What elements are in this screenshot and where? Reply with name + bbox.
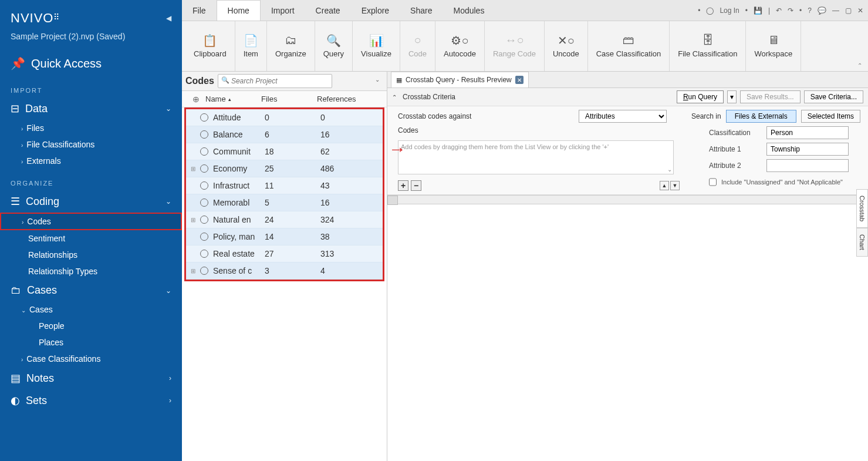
side-tab-chart[interactable]: Chart	[856, 228, 868, 257]
nav-case-classifications[interactable]: ›Case Classifications	[0, 351, 182, 367]
menu-explore[interactable]: Explore	[351, 0, 400, 21]
menu-import[interactable]: Import	[261, 0, 305, 21]
run-dropdown[interactable]: ▾	[727, 90, 737, 103]
table-row[interactable]: Attitude00	[186, 109, 383, 126]
menu-share[interactable]: Share	[400, 0, 443, 21]
dropdown-icon[interactable]: ⌄	[375, 76, 380, 83]
nav-sets[interactable]: ◐Sets ›	[0, 389, 182, 412]
nav-people[interactable]: People	[0, 318, 182, 334]
side-tab-crosstab[interactable]: Crosstab	[856, 189, 868, 228]
ribbon-workspace[interactable]: 🖥Workspace	[746, 21, 801, 71]
nav-file-classifications[interactable]: ›File Classifications	[0, 136, 182, 153]
detail-tab[interactable]: ▦ Crosstab Query - Results Preview ✕	[391, 72, 529, 88]
attr2-input[interactable]	[766, 159, 849, 172]
nav-sentiment[interactable]: Sentiment	[0, 230, 182, 247]
notify-icon[interactable]: 💬	[818, 6, 826, 15]
ribbon-collapse-icon[interactable]: ⌃	[857, 62, 862, 69]
classification-input[interactable]	[766, 126, 849, 139]
table-row[interactable]: Balance616	[186, 126, 383, 143]
menu-bar: File Home Import Create Explore Share Mo…	[182, 0, 868, 21]
move-up-button[interactable]: ▲	[660, 181, 669, 190]
save-results-button[interactable]: Save Results...	[740, 90, 801, 103]
expand-icon[interactable]: ⊞	[191, 268, 200, 274]
undo-icon[interactable]: ↶	[776, 6, 782, 15]
code-icon	[200, 250, 208, 258]
table-row[interactable]: Memorabl516	[186, 194, 383, 211]
section-organize: ORGANIZE	[0, 169, 182, 190]
collapse-icon[interactable]: ⌃	[392, 94, 397, 100]
nav-cases[interactable]: 🗀Cases ⌄	[0, 280, 182, 301]
ribbon-uncode[interactable]: ✕○Uncode	[545, 21, 588, 71]
nav-places[interactable]: Places	[0, 334, 182, 351]
ribbon-query[interactable]: 🔍Query	[315, 21, 353, 71]
code-files: 24	[265, 215, 320, 224]
code-files: 27	[265, 249, 320, 258]
ribbon-organize[interactable]: 🗂Organize	[267, 21, 315, 71]
table-row[interactable]: Policy, man1438	[186, 228, 383, 245]
ribbon-file-classification[interactable]: 🗄File Classification	[670, 21, 746, 71]
expand-icon[interactable]: ⊞	[191, 217, 200, 223]
chevron-down-icon: ⌄	[166, 287, 171, 295]
help-icon[interactable]: ?	[808, 6, 812, 15]
close-icon[interactable]: ✕	[857, 6, 863, 15]
ribbon-clipboard[interactable]: 📋Clipboard	[185, 21, 235, 71]
col-references[interactable]: References	[317, 95, 382, 103]
ribbon-range-code: ↔○Range Code	[485, 21, 545, 71]
minimize-icon[interactable]: —	[832, 6, 839, 15]
codes-dropzone[interactable]: Add codes by dragging them here from the…	[398, 140, 674, 174]
ribbon-item[interactable]: 📄Item	[235, 21, 267, 71]
table-row[interactable]: ⊞Sense of c34	[186, 263, 383, 280]
code-refs: 4	[320, 266, 378, 275]
maximize-icon[interactable]: ▢	[845, 6, 852, 15]
menu-file[interactable]: File	[182, 0, 217, 21]
against-select[interactable]: Attributes	[579, 110, 667, 123]
run-query-button[interactable]: RRun Queryun Query	[677, 90, 724, 103]
nav-data[interactable]: ⊟Data ⌄	[0, 97, 182, 120]
code-name: Real estate	[213, 249, 265, 258]
chart-icon: 📊	[369, 33, 384, 48]
nav-relationships[interactable]: Relationships	[0, 247, 182, 263]
sidebar-collapse-icon[interactable]: ◀	[166, 14, 171, 22]
table-row[interactable]: ⊞Economy25486	[186, 160, 383, 177]
include-checkbox[interactable]	[709, 176, 717, 189]
add-icon[interactable]: ⊕	[192, 95, 200, 104]
case-class-icon: 🗃	[623, 33, 634, 48]
menu-modules[interactable]: Modules	[443, 0, 495, 21]
attr1-input[interactable]	[766, 143, 849, 156]
close-tab-icon[interactable]: ✕	[515, 76, 523, 84]
files-externals-button[interactable]: Files & Externals	[726, 110, 796, 123]
dz-dropdown-icon[interactable]: ⌄	[667, 166, 672, 173]
ribbon-visualize[interactable]: 📊Visualize	[353, 21, 400, 71]
move-down-button[interactable]: ▼	[670, 181, 680, 190]
quick-access[interactable]: 📌 Quick Access	[0, 51, 182, 76]
menu-home[interactable]: Home	[217, 0, 261, 21]
nav-externals[interactable]: ›Externals	[0, 153, 182, 169]
add-code-button[interactable]: +	[398, 180, 408, 191]
selected-items-button[interactable]: Selected Items	[801, 110, 860, 123]
side-tabs: Crosstab Chart	[856, 189, 868, 257]
col-name[interactable]: Name▴	[205, 95, 261, 103]
ribbon-case-classification[interactable]: 🗃Case Classification	[588, 21, 670, 71]
nav-codes[interactable]: ›Codes	[0, 213, 182, 230]
nav-coding[interactable]: ☰Coding ⌄	[0, 190, 182, 213]
code-files: 18	[265, 147, 320, 156]
login-button[interactable]: Log In	[720, 6, 739, 15]
expand-icon[interactable]: ⊞	[191, 166, 200, 172]
nav-relationship-types[interactable]: Relationship Types	[0, 263, 182, 280]
nav-notes[interactable]: ▤Notes ›	[0, 367, 182, 389]
table-row[interactable]: Infrastruct1143	[186, 177, 383, 194]
table-row[interactable]: Communit1862	[186, 143, 383, 160]
remove-code-button[interactable]: −	[411, 180, 421, 191]
save-icon[interactable]: 💾	[754, 6, 762, 15]
redo-icon[interactable]: ↷	[788, 6, 793, 15]
hscrollbar[interactable]	[387, 195, 868, 204]
nav-cases-sub[interactable]: ⌄Cases	[0, 301, 182, 318]
nav-files[interactable]: ›Files	[0, 120, 182, 136]
search-input[interactable]	[218, 74, 332, 88]
save-criteria-button[interactable]: Save Criteria...	[804, 90, 863, 103]
table-row[interactable]: ⊞Natural en24324	[186, 211, 383, 228]
ribbon-autocode[interactable]: ⚙○Autocode	[435, 21, 485, 71]
table-row[interactable]: Real estate27313	[186, 245, 383, 263]
col-files[interactable]: Files	[261, 95, 317, 103]
menu-create[interactable]: Create	[305, 0, 351, 21]
